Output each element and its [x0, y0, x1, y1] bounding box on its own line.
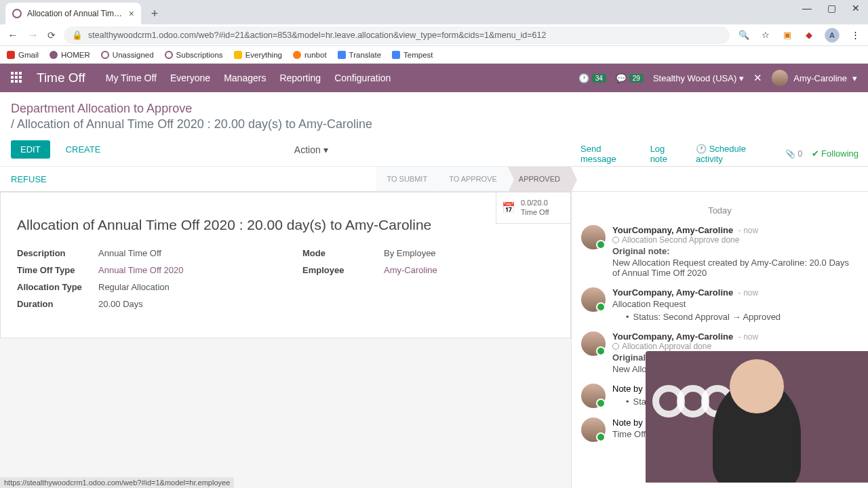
- status-approved[interactable]: APPROVED: [508, 167, 571, 191]
- star-icon[interactable]: ☆: [760, 29, 772, 41]
- record-title: Allocation of Annual Time Off 2020 : 20.…: [17, 217, 554, 233]
- value-employee[interactable]: Amy-Caroline: [384, 265, 437, 275]
- menu-icon[interactable]: ⋮: [849, 29, 861, 41]
- nav-configuration[interactable]: Configuration: [334, 73, 391, 83]
- message-author: YourCompany, Amy-Caroline: [612, 331, 733, 342]
- edit-button[interactable]: EDIT: [11, 140, 50, 159]
- log-note-button[interactable]: Log note: [650, 144, 684, 164]
- runbot-icon: [293, 51, 301, 59]
- gmail-icon: [7, 51, 15, 59]
- addr-icons: 🔍 ☆ ▣ ◆ A ⋮: [738, 28, 861, 43]
- breadcrumb-parent[interactable]: Department Allocation to Approve: [11, 102, 857, 116]
- bookmark-unassigned[interactable]: Unassigned: [101, 51, 154, 59]
- nav-reporting[interactable]: Reporting: [279, 73, 321, 83]
- window-controls: — ▢ ✕: [800, 3, 863, 14]
- date-separator: Today: [581, 205, 859, 216]
- bookmark-runbot[interactable]: runbot: [293, 51, 327, 59]
- lock-icon: 🔒: [72, 30, 83, 40]
- chevron-down-icon: ▾: [852, 73, 857, 83]
- everything-icon: [234, 51, 242, 59]
- label-employee: Employee: [302, 265, 384, 275]
- message-avatar: [581, 384, 606, 408]
- back-button[interactable]: ←: [7, 29, 19, 41]
- presenter: [713, 380, 801, 483]
- message-avatar: [581, 287, 606, 312]
- app-title[interactable]: Time Off: [37, 70, 85, 85]
- dismiss-icon[interactable]: ✕: [753, 72, 762, 84]
- original-note-label: Original note:: [612, 246, 670, 256]
- status-to-submit[interactable]: TO SUBMIT: [376, 167, 438, 191]
- bookmark-everything[interactable]: Everything: [234, 51, 282, 59]
- header-right: 🕐34 💬29 Stealthy Wood (USA)▾ ✕ Amy-Carol…: [578, 70, 857, 86]
- check-icon: ✔: [812, 148, 819, 159]
- activity-badge[interactable]: 🕐34: [578, 73, 606, 83]
- browser-chrome: Allocation of Annual Time Off 2… × + — ▢…: [0, 0, 868, 46]
- translate-icon: [338, 51, 346, 59]
- refuse-button[interactable]: REFUSE: [11, 167, 47, 191]
- stat-label: Time Off: [521, 208, 549, 217]
- original-note-body: New Allocation Request created by Amy-Ca…: [612, 258, 859, 278]
- browser-tab[interactable]: Allocation of Annual Time Off 2… ×: [5, 3, 141, 24]
- nav-managers[interactable]: Managers: [224, 73, 266, 83]
- ext2-icon[interactable]: ◆: [803, 29, 815, 41]
- attachments-button[interactable]: 📎0: [785, 149, 802, 159]
- bookmark-homer[interactable]: HOMER: [50, 51, 90, 59]
- send-message-button[interactable]: Send message: [580, 144, 638, 164]
- close-window-icon[interactable]: ✕: [849, 3, 863, 14]
- nav-my-time-off[interactable]: My Time Off: [106, 73, 157, 83]
- message-avatar: [581, 418, 606, 442]
- nav-everyone[interactable]: Everyone: [170, 73, 210, 83]
- note-icon: [612, 343, 619, 350]
- video-overlay: [646, 351, 868, 483]
- chatter-message: YourCompany, Amy-Caroline - now Allocati…: [581, 225, 859, 278]
- close-icon[interactable]: ×: [129, 8, 134, 19]
- maximize-icon[interactable]: ▢: [825, 3, 838, 14]
- message-time: - now: [738, 288, 758, 298]
- refresh-button[interactable]: ⟳: [47, 30, 56, 41]
- label-mode: Mode: [302, 248, 384, 258]
- breadcrumb-current: / Allocation of Annual Time Off 2020 : 2…: [11, 117, 857, 131]
- ext1-icon[interactable]: ▣: [781, 29, 793, 41]
- unassigned-icon: [101, 51, 109, 59]
- url-text: stealthywoodcrm1.odoo.com/web?#id=21&act…: [88, 30, 722, 40]
- stat-button-time-off[interactable]: 📅 0.0/20.0 Time Off: [496, 192, 570, 224]
- company-selector[interactable]: Stealthy Wood (USA)▾: [653, 73, 744, 83]
- user-avatar: [772, 70, 788, 86]
- create-button[interactable]: CREATE: [57, 140, 110, 159]
- label-duration: Duration: [17, 299, 98, 309]
- status-change: Status: Second Approval → Approved: [626, 312, 859, 322]
- zoom-icon[interactable]: 🔍: [738, 29, 750, 41]
- messages-badge[interactable]: 💬29: [616, 73, 644, 83]
- value-type[interactable]: Annual Time Off 2020: [98, 265, 184, 275]
- bookmark-translate[interactable]: Translate: [338, 51, 382, 59]
- schedule-activity-button[interactable]: 🕐 Schedule activity: [696, 144, 773, 164]
- message-author: YourCompany, Amy-Caroline: [612, 225, 733, 235]
- bookmarks-bar: Gmail HOMER Unassigned Subscriptions Eve…: [0, 46, 868, 64]
- message-avatar: [581, 225, 606, 249]
- status-to-approve[interactable]: TO APPROVE: [438, 167, 508, 191]
- tab-favicon: [12, 9, 22, 18]
- message-body: Allocation Request: [612, 299, 859, 309]
- forward-button[interactable]: →: [27, 29, 39, 41]
- minimize-icon[interactable]: —: [800, 3, 814, 14]
- address-bar: ← → ⟳ 🔒 stealthywoodcrm1.odoo.com/web?#i…: [0, 24, 868, 46]
- tab-bar: Allocation of Annual Time Off 2… × + — ▢…: [0, 0, 868, 24]
- bookmark-tempest[interactable]: Tempest: [392, 51, 433, 59]
- message-avatar: [581, 331, 606, 356]
- message-subtype: Allocation Approval done: [612, 342, 859, 351]
- bookmark-gmail[interactable]: Gmail: [7, 51, 39, 59]
- chevron-down-icon: ▾: [739, 73, 744, 83]
- tempest-icon: [392, 51, 400, 59]
- apps-menu-icon[interactable]: [11, 72, 23, 84]
- new-tab-button[interactable]: +: [145, 4, 164, 23]
- calendar-icon: 📅: [502, 201, 515, 214]
- nav-links: My Time Off Everyone Managers Reporting …: [106, 73, 391, 83]
- stat-value: 0.0/20.0: [521, 199, 549, 207]
- profile-avatar[interactable]: A: [825, 28, 840, 43]
- url-input[interactable]: 🔒 stealthywoodcrm1.odoo.com/web?#id=21&a…: [64, 26, 730, 44]
- following-button[interactable]: ✔Following: [812, 148, 859, 159]
- action-dropdown[interactable]: Action▾: [294, 144, 328, 155]
- user-menu[interactable]: Amy-Caroline ▾: [772, 70, 857, 86]
- bookmark-subscriptions[interactable]: Subscriptions: [165, 51, 223, 59]
- clock-icon: 🕐: [578, 73, 589, 83]
